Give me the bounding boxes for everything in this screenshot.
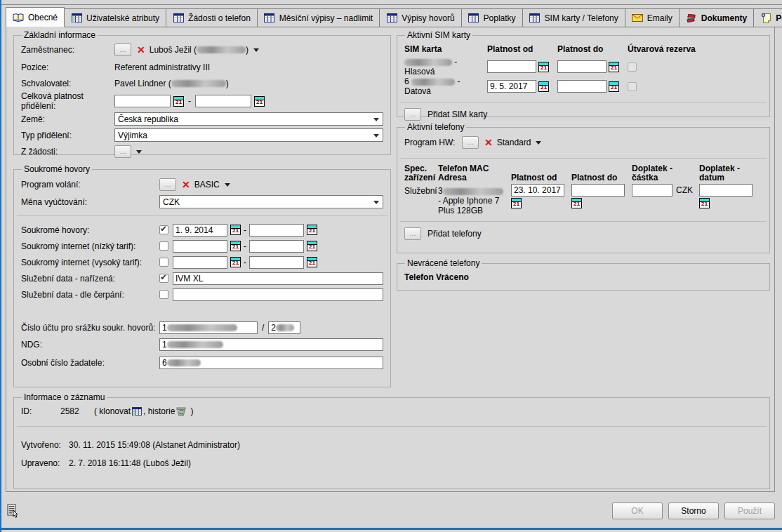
sim-valid-from-input[interactable] [487,80,536,93]
calendar-icon[interactable] [173,96,184,107]
country-select[interactable]: Česká republika [114,112,383,126]
calendar-icon[interactable] [307,257,317,267]
sim-number: - Hlasová [404,57,487,77]
tab-zadosti-o-telefon[interactable]: Žádosti o telefon [166,8,258,27]
private-internet-high-from-input[interactable] [173,256,227,269]
tab-dokumenty[interactable]: Dokumenty [680,8,754,27]
hw-program-dropdown-arrow-icon[interactable] [536,141,541,147]
call-program-row: Program volání: ... ✕ BASIC [21,175,383,194]
call-program-dropdown-arrow-icon[interactable] [225,183,230,189]
service-data-mandatory-checkbox[interactable] [159,274,168,283]
employee-picker-button[interactable]: ... [114,44,131,56]
employee-dropdown-arrow-icon[interactable] [253,48,259,55]
private-internet-low-label: Soukromý internet (nízký tarif): [21,241,159,251]
calendar-icon[interactable] [307,225,317,235]
clone-icon[interactable] [132,407,142,415]
surcharge-amount-input[interactable] [632,184,672,197]
ok-button[interactable]: OK [612,503,663,519]
calendar-icon[interactable] [538,62,549,72]
service-data-mandatory-input[interactable] [173,272,383,285]
add-phone-button[interactable]: ... [404,227,421,240]
call-program-remove-icon[interactable]: ✕ [180,180,192,189]
envelope-icon [632,13,643,23]
personal-number-prefix: 6 [162,358,167,368]
active-sim-cards-legend: Aktivní SIM karty [405,30,472,40]
calendar-icon[interactable] [699,198,710,208]
tab-poznamka[interactable]: Poznámka [754,8,782,27]
private-calls-to-input[interactable] [249,224,304,237]
service-data-usage-input[interactable] [173,288,383,301]
ndg-row: NDG: 1 [21,335,383,354]
unreturned-phones-header: Telefon Vráceno [404,269,762,285]
from-request-dropdown-arrow-icon[interactable] [136,150,142,157]
phone-mac-prefix: 3 [438,186,443,196]
hw-program-remove-icon[interactable]: ✕ [483,138,494,147]
phone-device-name: - Apple Iphone 7 Plus 128GB [438,196,503,215]
personal-number-row: Osobní číslo žadatele: 6 [21,354,383,372]
phone-valid-from-input[interactable] [511,184,564,197]
validity-from-input[interactable] [114,95,171,107]
service-data-usage-checkbox[interactable] [159,290,168,299]
range-dash: - [244,241,246,251]
tab-vypisy-hovoru[interactable]: Výpisy hovorů [380,8,461,27]
calendar-icon[interactable] [307,241,317,251]
employee-remove-icon[interactable]: ✕ [135,45,147,55]
sim-valid-to-input[interactable] [557,80,607,93]
calendar-icon[interactable] [511,198,522,208]
tab-label: Dokumenty [701,13,747,23]
private-internet-high-checkbox[interactable] [159,258,168,267]
calendar-icon[interactable] [538,81,549,92]
calendar-icon[interactable] [609,62,619,72]
sim-number: 6 - Datová [404,77,487,96]
validity-to-input[interactable] [195,95,251,107]
history-icon[interactable] [176,406,186,416]
sim-number-redacted [411,79,455,86]
calendar-icon[interactable] [230,257,241,267]
calendar-icon[interactable] [254,96,265,107]
phone-valid-to-input[interactable] [571,184,625,197]
calendar-icon[interactable] [609,81,619,92]
tab-uzivatelske-atributy[interactable]: Uživatelské atributy [65,8,166,27]
updated-label: Upraveno: [21,458,69,468]
tab-emaily[interactable]: Emaily [625,8,680,27]
private-calls-checkbox[interactable] [159,225,168,234]
from-request-picker-button[interactable]: ... [114,145,131,158]
bank-code-input[interactable]: 2 [268,321,300,334]
from-request-row: Z žádosti: ... [21,143,383,159]
billing-currency-select[interactable]: CZK [159,195,383,208]
tab-sim-karty-telefony[interactable]: SIM karty / Telefony [523,8,625,27]
private-internet-low-row: Soukromý internet (nízký tarif): - [21,238,383,254]
assignment-type-select[interactable]: Výjimka [114,128,383,142]
tab-mesicni-vypisy-nadlimit[interactable]: Měsíční výpisy – nadlimit [258,8,380,27]
cancel-button[interactable]: Storno [668,503,719,519]
table-icon [173,13,184,23]
range-dash: - [244,225,246,235]
calendar-icon[interactable] [230,241,241,251]
sim-row: - Hlasová [404,57,762,77]
calendar-icon[interactable] [571,198,582,208]
private-internet-high-to-input[interactable] [249,256,304,269]
books-icon [686,13,697,23]
personal-number-input[interactable]: 6 [159,357,383,369]
phone-spec: Služební [404,184,438,196]
billing-currency-value: CZK [163,197,180,207]
surcharge-date-input[interactable] [699,184,753,197]
sim-valid-to-input[interactable] [557,60,607,73]
tab-obecne[interactable]: Obecné [6,7,65,27]
active-phones-legend: Aktivní telefony [405,122,466,132]
private-calls-from-input[interactable] [173,224,227,237]
private-internet-low-checkbox[interactable] [159,241,168,251]
active-phones-section: Aktivní telefony Program HW: ... ✕ Stand… [397,122,770,253]
tab-poplatky[interactable]: Poplatky [462,8,523,27]
call-program-picker-button[interactable]: ... [159,178,176,191]
private-internet-low-from-input[interactable] [173,240,227,253]
add-sim-button[interactable]: ... [404,108,421,121]
report-select-icon[interactable] [6,504,20,518]
calendar-icon[interactable] [230,225,241,235]
private-internet-low-to-input[interactable] [249,240,304,253]
account-number-input[interactable]: 1 [159,321,258,334]
hw-program-picker-button[interactable]: ... [462,136,479,149]
apply-button[interactable]: Použít [724,503,775,519]
ndg-input[interactable]: 1 [159,338,383,351]
sim-valid-from-input[interactable] [487,60,536,73]
